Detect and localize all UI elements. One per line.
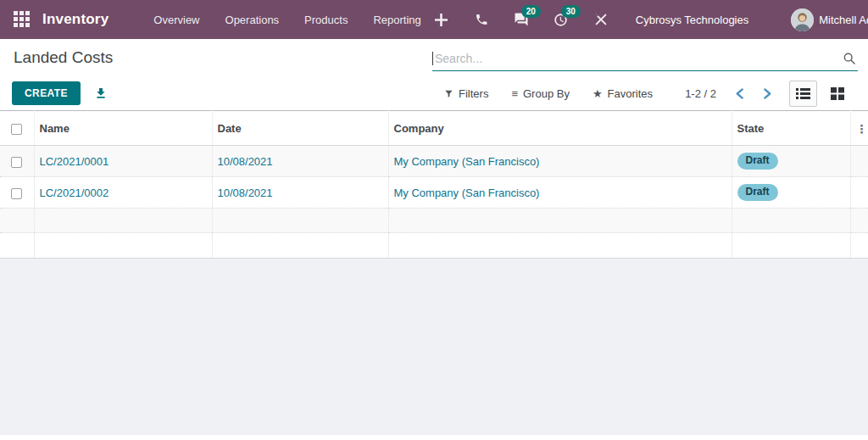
group-by-icon: ≡ bbox=[511, 87, 518, 100]
star-icon: ★ bbox=[593, 87, 603, 100]
column-header-company[interactable]: Company bbox=[388, 111, 732, 146]
table-filler-rows bbox=[0, 209, 868, 258]
list-view-button[interactable] bbox=[789, 81, 817, 107]
activities-clock-icon[interactable]: 30 bbox=[554, 12, 569, 27]
view-switcher bbox=[789, 81, 851, 107]
table-header-row: Name Date Company State ⋮ bbox=[0, 111, 868, 146]
search-input[interactable] bbox=[435, 52, 841, 65]
chevron-right-icon[interactable] bbox=[763, 88, 772, 99]
download-icon[interactable] bbox=[94, 86, 108, 100]
column-header-name[interactable]: Name bbox=[34, 111, 212, 146]
content-background bbox=[0, 258, 868, 435]
filler-row bbox=[0, 233, 868, 258]
kanban-view-button[interactable] bbox=[823, 81, 851, 107]
filler-row bbox=[0, 209, 868, 233]
create-button[interactable]: CREATE bbox=[12, 81, 81, 105]
list-view-icon bbox=[796, 87, 810, 100]
bottom-strip bbox=[0, 435, 868, 440]
menu-reporting[interactable]: Reporting bbox=[360, 2, 433, 38]
select-all-checkbox[interactable] bbox=[11, 124, 22, 135]
control-panel: CREATE Filters ≡ Group By ★ Favorites 1-… bbox=[0, 76, 868, 110]
row-checkbox[interactable] bbox=[11, 157, 22, 168]
app-name-menu[interactable]: Inventory bbox=[42, 11, 108, 28]
cell-company[interactable]: My Company (San Francisco) bbox=[388, 146, 732, 177]
user-menu[interactable]: Mitchell Admin bbox=[791, 8, 868, 31]
apps-grid-icon[interactable] bbox=[14, 11, 30, 28]
menu-overview[interactable]: Overview bbox=[141, 2, 212, 38]
main-menu: Overview Operations Products Reporting bbox=[141, 2, 433, 38]
pager: 1-2 / 2 bbox=[685, 76, 851, 110]
group-by-button[interactable]: ≡ Group By bbox=[511, 87, 570, 100]
search-bar bbox=[432, 46, 858, 71]
tools-icon[interactable] bbox=[593, 12, 609, 27]
status-badge: Draft bbox=[737, 184, 778, 201]
top-navbar: Inventory Overview Operations Products R… bbox=[0, 0, 868, 39]
chevron-left-icon[interactable] bbox=[735, 88, 744, 99]
cell-date[interactable]: 10/08/2021 bbox=[212, 146, 388, 177]
filters-button[interactable]: Filters bbox=[444, 87, 488, 100]
pager-range[interactable]: 1-2 / 2 bbox=[685, 87, 716, 100]
landed-costs-table: Name Date Company State ⋮ LC/2021/0001 1… bbox=[0, 110, 868, 258]
menu-operations[interactable]: Operations bbox=[213, 2, 292, 38]
plus-icon[interactable] bbox=[434, 12, 449, 27]
cell-company[interactable]: My Company (San Francisco) bbox=[388, 177, 732, 209]
activities-count-badge: 30 bbox=[561, 5, 581, 18]
company-switcher[interactable]: Cybrosys Technologies bbox=[636, 14, 748, 26]
kanban-view-icon bbox=[831, 87, 844, 100]
table-row[interactable]: LC/2021/0001 10/08/2021 My Company (San … bbox=[0, 146, 868, 177]
text-cursor bbox=[432, 52, 433, 65]
favorites-button[interactable]: ★ Favorites bbox=[593, 87, 653, 100]
table-row[interactable]: LC/2021/0002 10/08/2021 My Company (San … bbox=[0, 177, 868, 209]
page-title: Landed Costs bbox=[14, 48, 113, 67]
table-body: LC/2021/0001 10/08/2021 My Company (San … bbox=[0, 146, 868, 209]
filter-icon bbox=[444, 89, 453, 98]
cell-name[interactable]: LC/2021/0002 bbox=[34, 177, 212, 209]
user-name: Mitchell Admin bbox=[819, 14, 868, 26]
cell-name[interactable]: LC/2021/0001 bbox=[34, 146, 212, 177]
breadcrumb-row: Landed Costs bbox=[0, 39, 868, 76]
menu-products[interactable]: Products bbox=[292, 2, 360, 38]
search-options: Filters ≡ Group By ★ Favorites bbox=[444, 76, 653, 110]
user-avatar bbox=[791, 8, 814, 31]
status-badge: Draft bbox=[737, 153, 778, 170]
column-header-state[interactable]: State bbox=[732, 111, 850, 146]
row-checkbox[interactable] bbox=[11, 188, 22, 199]
column-header-date[interactable]: Date bbox=[212, 111, 388, 146]
search-icon[interactable] bbox=[841, 50, 858, 67]
cell-date[interactable]: 10/08/2021 bbox=[212, 177, 388, 209]
messages-icon[interactable]: 20 bbox=[514, 12, 529, 27]
optional-columns-icon[interactable]: ⋮ bbox=[856, 123, 864, 135]
phone-icon[interactable] bbox=[474, 12, 489, 27]
messages-count-badge: 20 bbox=[521, 5, 541, 18]
